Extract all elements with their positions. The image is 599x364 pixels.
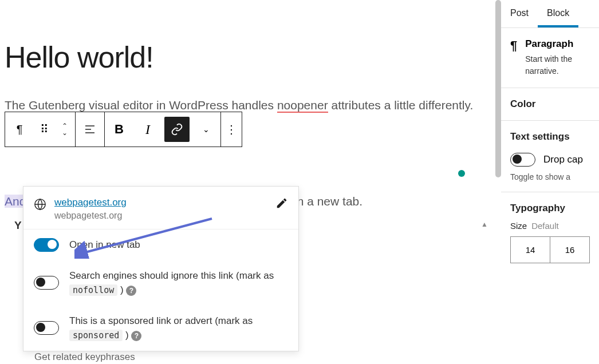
help-icon[interactable]: ? xyxy=(126,286,136,296)
keyphrases-button[interactable]: Get related keyphrases xyxy=(34,351,135,363)
size-default-label: Default xyxy=(531,221,559,231)
toggle-label: Drop cap xyxy=(543,154,583,165)
help-icon[interactable]: ? xyxy=(131,331,141,341)
drag-handle[interactable]: ⠿ xyxy=(34,112,54,147)
options-button[interactable]: ⋮ xyxy=(221,112,242,147)
section-heading: Typography xyxy=(510,203,590,214)
size-label: Size xyxy=(510,221,527,231)
link-header: webpagetest.org webpagetest.org xyxy=(23,187,298,230)
chevron-down-icon: ⌄ xyxy=(203,125,210,134)
tab-post[interactable]: Post xyxy=(501,0,538,27)
typography-section: Typography Size Default 14 16 xyxy=(501,192,599,274)
toggle-label: This is a sponsored link or advert (mark… xyxy=(69,314,288,343)
more-icon: ⋮ xyxy=(226,122,237,136)
drag-icon: ⠿ xyxy=(40,122,49,136)
tab-block[interactable]: Block xyxy=(538,0,578,27)
bold-button[interactable]: B xyxy=(105,112,133,147)
block-name: Paragraph xyxy=(525,38,590,50)
nofollow-row: Search engines should ignore this link (… xyxy=(23,260,298,306)
edit-icon[interactable] xyxy=(275,197,288,209)
open-new-tab-toggle[interactable] xyxy=(34,238,59,252)
pilcrow-icon: ¶ xyxy=(17,123,23,136)
code-text: nofollow xyxy=(69,284,117,296)
sidebar-tabs: Post Block xyxy=(501,0,599,28)
pilcrow-icon: ¶ xyxy=(510,38,517,53)
move-buttons[interactable]: ⌃⌄ xyxy=(54,112,75,147)
link-url[interactable]: webpagetest.org xyxy=(54,197,127,208)
sponsored-toggle[interactable] xyxy=(34,321,59,335)
settings-sidebar: Post Block ¶ Paragraph Start with the na… xyxy=(501,0,599,364)
size-16-button[interactable]: 16 xyxy=(550,237,589,263)
more-formatting-button[interactable]: ⌄ xyxy=(192,112,220,147)
block-description: Start with the narrative. xyxy=(525,53,590,77)
drop-cap-description: Toggle to show a xyxy=(510,172,590,181)
toggle-label: Open in new tab xyxy=(69,238,140,252)
scrollbar[interactable] xyxy=(495,0,501,177)
section-heading: Text settings xyxy=(510,131,590,143)
drop-cap-toggle[interactable] xyxy=(510,153,535,167)
yoast-label: Y xyxy=(14,219,22,232)
align-button[interactable] xyxy=(76,112,104,147)
text-settings-section: Text settings Drop cap Toggle to show a xyxy=(501,121,599,192)
code-text: sponsored xyxy=(69,330,123,341)
link-icon xyxy=(171,123,183,136)
nofollow-toggle[interactable] xyxy=(34,276,59,290)
text-fragment: The Gutenberg visual editor in WordPress… xyxy=(5,98,277,112)
toggle-label: Search engines should ignore this link (… xyxy=(69,268,288,298)
italic-button[interactable]: I xyxy=(133,112,162,147)
text-fragment: attributes a little differently. xyxy=(328,98,474,112)
block-info-section: ¶ Paragraph Start with the narrative. xyxy=(501,28,599,88)
chevrons-icon: ⌃⌄ xyxy=(62,122,68,136)
section-heading: Color xyxy=(510,98,590,110)
color-section[interactable]: Color xyxy=(501,88,599,121)
editor-canvas: Hello world! The Gutenberg visual editor… xyxy=(0,0,501,364)
link-button[interactable] xyxy=(164,117,190,142)
link-settings-popover: webpagetest.org webpagetest.org Open in … xyxy=(23,186,299,351)
open-new-tab-row: Open in new tab xyxy=(23,230,298,260)
link-url-sub: webpagetest.org xyxy=(54,211,267,221)
align-icon xyxy=(84,124,96,135)
collapse-icon[interactable]: ▲ xyxy=(481,220,488,228)
yoast-indicator-dot xyxy=(458,170,465,177)
block-toolbar: ¶ ⠿ ⌃⌄ B I ⌄ ⋮ xyxy=(5,112,242,147)
globe-icon xyxy=(34,198,46,211)
spellcheck-underline: noopener xyxy=(277,98,328,113)
block-type-button[interactable]: ¶ xyxy=(5,112,34,147)
size-presets: 14 16 xyxy=(510,236,590,263)
size-14-button[interactable]: 14 xyxy=(511,237,550,263)
page-title[interactable]: Hello world! xyxy=(0,0,501,74)
sponsored-row: This is a sponsored link or advert (mark… xyxy=(23,306,298,351)
